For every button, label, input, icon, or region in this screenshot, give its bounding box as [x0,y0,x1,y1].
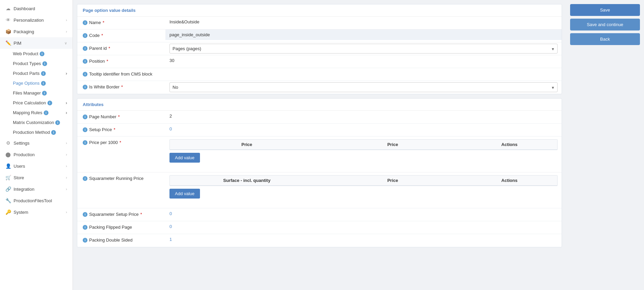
sidebar-item-label: Users [14,164,25,169]
form-row-packing-flipped: i Packing Flipped Page 0 [77,221,562,234]
main-content: Page option value details i Name * Insid… [73,0,566,290]
chevron-right-icon: › [66,71,67,76]
is-white-border-select[interactable]: No Yes [169,82,558,92]
price-col3-header: Actions [466,142,553,147]
sidebar-item-production-method[interactable]: Production Method i [0,127,73,137]
sidebar-item-page-options[interactable]: Page Options i [0,78,73,88]
parent-id-select[interactable]: Pages (pages) [169,44,558,54]
chevron-right-icon: › [66,110,67,115]
sub-item-label: Files Manager [13,90,41,96]
value-page-number: 2 [165,111,562,121]
sidebar-item-dashboard[interactable]: ☁ Dashboard [0,3,73,14]
sidebar: ☁ Dashboard 👁 Personalization › 📦 Packag… [0,0,73,290]
box-icon: 📦 [5,29,11,34]
add-value-price-button[interactable]: Add value [169,153,200,163]
value-price-per-1000: Price Price Actions Add value [165,137,562,168]
sidebar-item-label: Store [14,175,24,180]
label-tooltip: i Tooltip identifier from CMS block [77,68,165,80]
form-row-is-white-border: i Is White Border * No Yes [77,81,562,94]
sidebar-item-packaging[interactable]: 📦 Packaging › [0,26,73,37]
info-icon: i [51,130,56,135]
value-sqm-setup-price[interactable]: 0 [165,208,562,219]
add-value-sqm-button[interactable]: Add value [169,189,200,199]
info-icon: i [83,85,87,89]
value-setup-price[interactable]: 0 [165,124,562,134]
form-row-parent-id: i Parent id * Pages (pages) [77,42,562,55]
label-position: i Position * [77,55,165,67]
info-icon: i [83,46,87,51]
sidebar-item-production[interactable]: ⬤ Production › [0,149,73,160]
sub-item-label: Price Calculation [13,100,46,105]
link-icon: 🔗 [5,186,11,192]
sidebar-item-pim[interactable]: ✏️ PIM ∨ [0,37,73,49]
save-continue-button[interactable]: Save and continue [570,19,640,30]
sidebar-item-personalization[interactable]: 👁 Personalization › [0,14,73,26]
info-icon: i [47,101,52,105]
info-icon: i [83,72,87,77]
sub-item-label: Matrix Customization [13,120,54,125]
sidebar-item-users[interactable]: 👤 Users › [0,160,73,172]
sidebar-item-production-files-tool[interactable]: 🔧 ProductionFilesTool [0,195,73,206]
parent-id-select-wrap[interactable]: Pages (pages) [169,44,558,54]
value-is-white-border[interactable]: No Yes [165,81,562,94]
save-button[interactable]: Save [570,4,640,16]
sidebar-item-product-parts[interactable]: Product Parts i › [0,68,73,78]
value-code: page_inside_outside [165,29,562,40]
chevron-right-icon: › [66,175,67,180]
back-button[interactable]: Back [570,33,640,45]
sidebar-item-mapping-rules[interactable]: Mapping Rules i › [0,108,73,118]
sidebar-item-store[interactable]: 🛒 Store › [0,172,73,183]
value-packing-flipped[interactable]: 0 [165,221,562,232]
card-header-attributes: Attributes [77,99,562,111]
info-icon: i [83,212,87,217]
value-parent-id[interactable]: Pages (pages) [165,42,562,55]
value-tooltip [165,68,562,74]
sidebar-item-label: Dashboard [14,6,35,11]
info-icon: i [55,120,60,125]
form-row-tooltip: i Tooltip identifier from CMS block [77,68,562,81]
sub-item-label: Page Options [13,81,40,86]
price-col2-header: Price [320,142,465,147]
info-icon: i [83,176,87,181]
sidebar-item-product-types[interactable]: Product Types i [0,59,73,68]
label-is-white-border: i Is White Border * [77,81,165,93]
sidebar-item-system[interactable]: 🔑 System › [0,206,73,218]
person-icon: 👤 [5,163,11,169]
form-row-packing-double: i Packing Double Sided 1 [77,234,562,247]
price-per-1000-table: Price Price Actions [169,139,558,150]
value-packing-double[interactable]: 1 [165,234,562,245]
info-icon: i [83,140,87,145]
pim-submenu: Web Product i Product Types i Product Pa… [0,49,73,137]
sqm-col1-header: Surface - incl. quantity [174,178,320,183]
sidebar-item-price-calculation[interactable]: Price Calculation i › [0,98,73,108]
info-icon: i [41,81,46,86]
label-parent-id: i Parent id * [77,42,165,54]
label-packing-flipped: i Packing Flipped Page [77,221,165,233]
form-row-price-per-1000: i Price per 1000 * Price Price Actions A… [77,137,562,172]
sqm-col3-header: Actions [466,178,553,183]
sub-item-label: Production Method [13,130,50,135]
form-row-page-number: i Page Number * 2 [77,111,562,124]
sidebar-item-label: Packaging [14,29,34,34]
sqm-running-price-table: Surface - incl. quantity Price Actions [169,175,558,186]
label-name: i Name * [77,17,165,28]
sidebar-item-label: Integration [14,187,34,192]
sidebar-item-label: Settings [14,141,29,146]
is-white-border-select-wrap[interactable]: No Yes [169,82,558,92]
info-icon: i [44,110,48,115]
attributes-card: Attributes i Page Number * 2 i Setup Pri… [77,98,562,247]
info-icon: i [83,33,87,38]
sidebar-item-settings[interactable]: ⚙ Settings › [0,137,73,149]
gear-icon: ⚙ [5,140,11,146]
price-per-1000-header: Price Price Actions [170,140,557,150]
card-body-page-option-details: i Name * Inside&Outside i Code * page_in… [77,17,562,94]
info-icon: i [42,91,47,96]
sidebar-item-files-manager[interactable]: Files Manager i [0,88,73,98]
label-setup-price: i Setup Price * [77,124,165,136]
sidebar-item-matrix-customization[interactable]: Matrix Customization i [0,118,73,127]
sidebar-item-web-product[interactable]: Web Product i [0,49,73,59]
chevron-right-icon: › [66,18,67,22]
label-packing-double: i Packing Double Sided [77,234,165,246]
sidebar-item-integration[interactable]: 🔗 Integration › [0,183,73,195]
sidebar-item-label: ProductionFilesTool [14,198,52,203]
